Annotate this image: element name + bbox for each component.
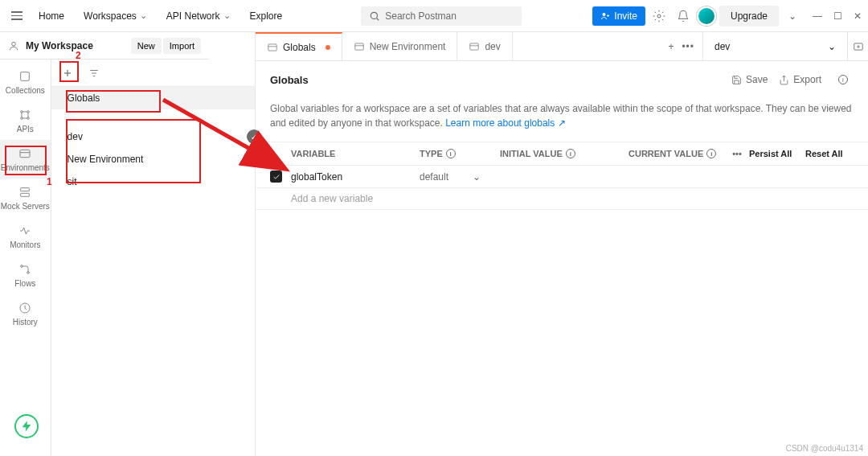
notifications-icon[interactable] <box>673 6 694 27</box>
main-panel: Globals New Environment dev + ••• dev ⌄ <box>256 32 868 456</box>
upgrade-chevron-icon[interactable]: ⌄ <box>782 6 803 27</box>
env-item-globals[interactable]: Globals <box>51 87 255 109</box>
nav-api-network[interactable]: API Network <box>158 6 239 27</box>
mock-icon <box>18 185 32 199</box>
save-button[interactable]: Save <box>731 74 768 85</box>
add-tab-icon[interactable]: + <box>668 41 674 52</box>
row-checkbox[interactable] <box>270 170 282 183</box>
svg-rect-19 <box>21 193 30 196</box>
environment-selector[interactable]: dev ⌄ <box>702 32 847 60</box>
rail-environments[interactable]: Environments <box>0 140 51 179</box>
th-initial: INITIAL VALUEi <box>500 149 628 158</box>
close-icon[interactable]: ✕ <box>854 10 862 22</box>
env-item-new-environment[interactable]: New Environment <box>51 148 255 170</box>
learn-more-link[interactable]: Learn more about globals ↗ <box>445 117 565 129</box>
svg-rect-30 <box>354 43 363 49</box>
rail-flows[interactable]: Flows <box>0 256 51 294</box>
maximize-icon[interactable]: ☐ <box>833 10 842 22</box>
svg-line-1 <box>377 18 379 20</box>
workspace-title: My Workspace <box>26 40 93 51</box>
page-title: Globals <box>270 74 309 86</box>
svg-point-10 <box>21 117 23 120</box>
runner-icon[interactable] <box>14 414 39 438</box>
page-subheader: Globals Save Export i <box>256 61 868 98</box>
environment-sidebar: Globals dev ✓ New Environment sit <box>51 32 256 456</box>
env-item-sit[interactable]: sit <box>51 170 255 193</box>
svg-point-9 <box>27 111 30 113</box>
save-icon <box>731 75 742 85</box>
tab-new-environment[interactable]: New Environment <box>342 32 458 60</box>
info-icon[interactable]: i <box>833 69 854 90</box>
minimize-icon[interactable]: — <box>813 10 822 22</box>
invite-icon <box>600 11 610 21</box>
info-icon[interactable]: i <box>706 149 716 158</box>
apis-icon <box>18 108 32 122</box>
env-tab-icon <box>267 42 278 53</box>
person-icon <box>8 40 19 51</box>
reset-all-button[interactable]: Reset All <box>805 149 854 158</box>
env-quicklook-icon[interactable] <box>847 32 868 60</box>
variable-name-cell[interactable]: globalToken <box>291 171 420 183</box>
filter-icon[interactable] <box>84 63 104 84</box>
svg-point-0 <box>371 12 378 18</box>
info-icon[interactable]: i <box>446 149 456 158</box>
svg-point-21 <box>27 272 30 274</box>
nav-explore[interactable]: Explore <box>242 6 291 27</box>
add-variable-row[interactable]: Add a new variable <box>256 188 868 210</box>
persist-all-button[interactable]: Persist All <box>749 149 805 158</box>
tab-dev[interactable]: dev <box>457 32 512 60</box>
variable-type-cell[interactable]: default⌄ <box>420 171 500 183</box>
rail-collections[interactable]: Collections <box>0 63 51 101</box>
import-button[interactable]: Import <box>163 38 201 54</box>
svg-rect-7 <box>21 72 30 81</box>
nav-workspaces[interactable]: Workspaces <box>76 6 155 27</box>
plus-icon <box>62 68 73 79</box>
add-environment-button[interactable] <box>58 64 77 83</box>
th-type: TYPEi <box>420 149 500 158</box>
rail-history[interactable]: History <box>0 294 51 333</box>
th-current: CURRENT VALUEi <box>628 149 725 158</box>
history-icon <box>18 301 32 315</box>
export-button[interactable]: Export <box>779 74 821 85</box>
svg-point-35 <box>857 45 858 47</box>
table-row[interactable]: globalToken default⌄ <box>256 166 868 188</box>
new-button[interactable]: New <box>131 38 162 54</box>
collections-icon <box>18 69 32 84</box>
nav-home[interactable]: Home <box>31 6 72 27</box>
th-variable: VARIABLE <box>291 149 420 158</box>
search-input[interactable]: Search Postman <box>361 6 522 26</box>
svg-point-20 <box>21 265 23 268</box>
page-description: Global variables for a workspace are a s… <box>256 98 868 142</box>
environments-icon <box>18 146 32 161</box>
svg-rect-28 <box>268 43 277 50</box>
svg-point-6 <box>12 42 16 46</box>
chevron-down-icon: ⌄ <box>828 41 836 52</box>
svg-rect-32 <box>470 43 479 49</box>
svg-point-2 <box>603 13 606 16</box>
left-rail: Collections APIs Environments Mock Serve… <box>0 32 51 456</box>
rail-apis[interactable]: APIs <box>0 101 51 140</box>
hamburger-icon[interactable] <box>6 6 27 25</box>
env-tab-icon <box>469 41 480 52</box>
watermark: CSDN @codu4u1314 <box>786 444 863 453</box>
svg-rect-18 <box>21 188 30 191</box>
env-item-dev[interactable]: dev ✓ <box>51 125 255 148</box>
flows-icon <box>18 262 32 277</box>
env-tab-icon <box>354 41 365 52</box>
rail-mock-servers[interactable]: Mock Servers <box>0 179 51 217</box>
svg-point-5 <box>657 14 661 18</box>
svg-point-11 <box>27 117 30 120</box>
active-env-check-icon: ✓ <box>247 129 261 144</box>
variables-table: VARIABLE TYPEi INITIAL VALUEi CURRENT VA… <box>256 142 868 210</box>
invite-button[interactable]: Invite <box>592 6 645 26</box>
info-icon[interactable]: i <box>566 149 575 158</box>
monitors-icon <box>18 224 32 238</box>
avatar[interactable] <box>697 6 716 26</box>
rail-monitors[interactable]: Monitors <box>0 217 51 256</box>
tab-overflow-icon[interactable]: ••• <box>682 41 694 52</box>
th-more[interactable]: ••• <box>725 149 749 158</box>
settings-icon[interactable] <box>649 6 669 27</box>
upgrade-button[interactable]: Upgrade <box>719 6 779 27</box>
search-placeholder: Search Postman <box>385 10 457 22</box>
tab-globals[interactable]: Globals <box>256 32 342 60</box>
